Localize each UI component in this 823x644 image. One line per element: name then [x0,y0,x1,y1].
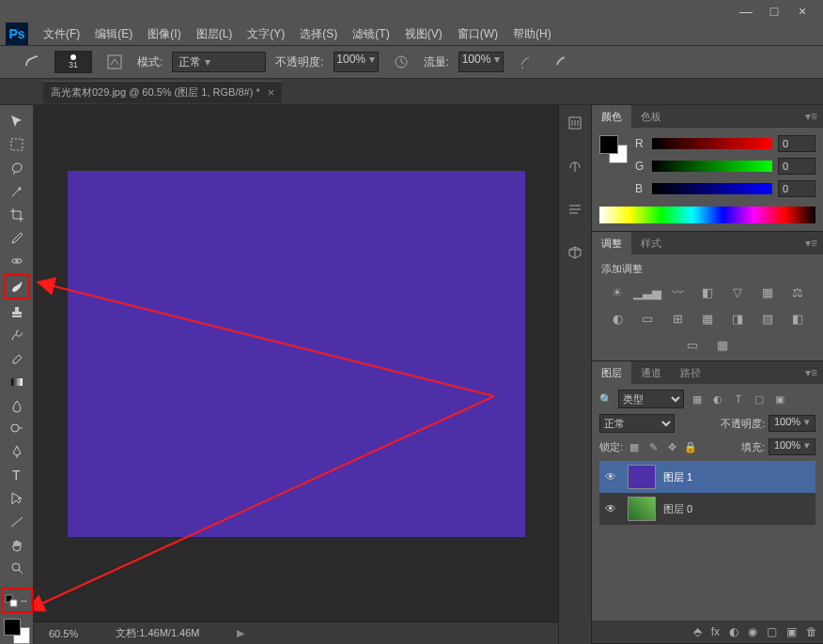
link-layers-icon[interactable]: ⬘ [693,625,702,638]
filter-shape-icon[interactable]: ▢ [752,391,767,406]
menu-image[interactable]: 图像(I) [140,26,188,42]
vibrance-icon[interactable]: ▽ [727,284,748,300]
wand-tool[interactable] [6,181,28,203]
paragraph-panel-icon[interactable] [565,199,585,220]
move-tool[interactable] [6,111,28,132]
delete-layer-icon[interactable]: 🗑 [806,625,817,638]
g-slider[interactable] [652,161,772,172]
layers-tab[interactable]: 图层 [592,361,631,384]
adjustment-layer-icon[interactable]: ◉ [748,625,757,638]
opacity-pressure-button[interactable] [388,51,414,73]
lock-transparency-icon[interactable]: ▩ [627,439,642,454]
path-select-tool[interactable] [6,488,28,510]
bw-icon[interactable]: ◐ [607,310,628,327]
tool-preset-button[interactable] [19,51,45,73]
layer-thumbnail[interactable] [628,497,656,521]
layer-visibility-icon[interactable]: 👁 [605,502,620,515]
flow-input[interactable]: 100% [458,52,504,72]
lookup-icon[interactable]: ▦ [697,310,718,327]
airbrush-button[interactable] [513,51,539,73]
adjustments-tab[interactable]: 调整 [592,232,631,254]
new-layer-icon[interactable]: ▣ [786,625,797,638]
filter-smart-icon[interactable]: ▣ [772,391,787,406]
stamp-tool[interactable] [6,301,28,323]
filter-adjust-icon[interactable]: ◐ [710,391,725,406]
foreground-color-swatch[interactable] [4,619,21,636]
zoom-tool[interactable] [6,558,28,579]
paths-tab[interactable]: 路径 [671,361,710,384]
marquee-tool[interactable] [6,134,28,156]
gradient-tool[interactable] [6,371,28,392]
color-preview[interactable] [599,135,628,163]
window-maximize-button[interactable]: □ [761,3,787,20]
brush-tool[interactable] [4,274,30,299]
channels-tab[interactable]: 通道 [631,361,671,384]
brush-preset-picker[interactable]: 31 [54,51,92,73]
document-canvas[interactable] [68,171,525,537]
lock-all-icon[interactable]: 🔒 [683,439,698,454]
layers-panel-menu[interactable]: ▾≡ [805,366,823,379]
gradient-map-icon[interactable]: ▭ [682,336,703,353]
layer-filter-select[interactable]: 类型 [618,390,684,408]
invert-icon[interactable]: ◨ [727,310,748,327]
default-colors-button[interactable]: ↔ [1,588,33,613]
blend-mode-select[interactable]: 正常 [172,52,266,72]
fill-input[interactable]: 100% [769,438,815,455]
lasso-tool[interactable] [6,158,28,179]
levels-icon[interactable]: ▁▃▅ [637,284,658,300]
styles-tab[interactable]: 样式 [631,232,671,254]
layer-thumbnail[interactable] [628,465,656,489]
b-value-input[interactable] [778,180,815,197]
crop-tool[interactable] [6,204,28,225]
window-close-button[interactable]: × [789,3,815,20]
size-pressure-button[interactable] [549,51,575,73]
menu-help[interactable]: 帮助(H) [505,26,559,42]
eyedropper-tool[interactable] [6,227,28,249]
menu-window[interactable]: 窗口(W) [450,26,505,42]
selective-icon[interactable]: ▦ [712,336,733,353]
3d-panel-icon[interactable] [565,242,585,263]
layer-fx-icon[interactable]: fx [711,625,720,638]
color-panel-menu[interactable]: ▾≡ [805,110,823,123]
window-minimize-button[interactable]: — [733,3,759,20]
history-panel-icon[interactable] [565,113,585,133]
color-tab[interactable]: 颜色 [592,105,631,128]
layer-visibility-icon[interactable]: 👁 [605,470,620,483]
history-brush-tool[interactable] [6,325,28,346]
lock-position-icon[interactable]: ✥ [664,439,679,454]
blur-tool[interactable] [6,394,28,416]
healing-tool[interactable] [6,251,28,272]
character-panel-icon[interactable] [565,156,585,176]
r-value-input[interactable] [778,135,815,152]
layer-name[interactable]: 图层 0 [663,502,692,516]
brightness-icon[interactable]: ☀ [607,284,628,300]
pen-tool[interactable] [6,441,28,463]
layer-item-0[interactable]: 👁 图层 0 [599,493,815,525]
r-slider[interactable] [652,138,772,149]
filter-text-icon[interactable]: T [731,391,746,406]
photo-filter-icon[interactable]: ▭ [637,310,658,327]
color-swatches[interactable] [4,619,30,644]
swatches-tab[interactable]: 色板 [631,105,671,128]
menu-select[interactable]: 选择(S) [292,26,345,42]
layer-item-1[interactable]: 👁 图层 1 [599,461,815,493]
menu-layer[interactable]: 图层(L) [189,26,241,42]
layer-mask-icon[interactable]: ◐ [729,625,738,638]
lock-pixels-icon[interactable]: ✎ [645,439,660,454]
layer-opacity-input[interactable]: 100% [769,415,815,432]
menu-view[interactable]: 视图(V) [397,26,450,42]
curves-icon[interactable]: 〰 [667,284,688,300]
menu-file[interactable]: 文件(F) [36,26,87,42]
layer-blend-select[interactable]: 正常 [599,414,675,433]
filter-pixel-icon[interactable]: ▦ [690,391,705,406]
hand-tool[interactable] [6,534,28,556]
brush-panel-toggle[interactable] [101,51,128,73]
layer-name[interactable]: 图层 1 [663,470,692,484]
g-value-input[interactable] [778,158,815,175]
text-tool[interactable]: T [6,465,28,486]
menu-edit[interactable]: 编辑(E) [87,26,140,42]
menu-type[interactable]: 文字(Y) [240,26,292,42]
group-icon[interactable]: ▢ [767,625,777,638]
balance-icon[interactable]: ⚖ [787,284,808,300]
exposure-icon[interactable]: ◧ [697,284,718,300]
